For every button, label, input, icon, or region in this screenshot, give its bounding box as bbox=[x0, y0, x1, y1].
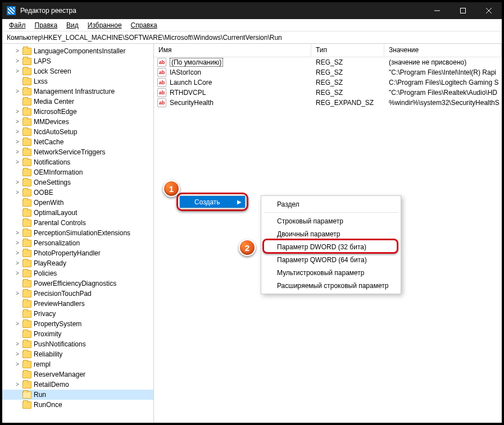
tree-item[interactable]: >MMDevices bbox=[2, 117, 153, 127]
tree-item[interactable]: >MicrosoftEdge bbox=[2, 107, 153, 117]
tree-item[interactable]: >PreviewHandlers bbox=[2, 299, 153, 309]
chevron-right-icon[interactable]: > bbox=[15, 250, 20, 255]
chevron-right-icon[interactable]: > bbox=[15, 118, 20, 124]
chevron-right-icon[interactable]: > bbox=[15, 58, 20, 63]
chevron-right-icon[interactable]: > bbox=[15, 48, 20, 53]
chevron-right-icon[interactable]: > bbox=[15, 230, 20, 235]
chevron-right-icon[interactable]: > bbox=[15, 149, 20, 154]
folder-icon bbox=[22, 118, 31, 126]
chevron-right-icon[interactable]: > bbox=[15, 351, 20, 357]
tree-item[interactable]: >Management Infrastructure bbox=[2, 86, 153, 97]
tree-item[interactable]: >RetailDemo bbox=[2, 380, 153, 390]
tree-item[interactable]: >PhotoPropertyHandler bbox=[2, 248, 153, 258]
tree-item-label: Reliability bbox=[34, 350, 62, 358]
menu-favorites[interactable]: Избранное bbox=[84, 20, 125, 30]
address-bar[interactable]: Компьютер\HKEY_LOCAL_MACHINE\SOFTWARE\Mi… bbox=[2, 31, 502, 44]
value-data: "C:\Program Files\Intel\Intel(R) Rapi bbox=[384, 68, 502, 76]
chevron-right-icon[interactable]: > bbox=[15, 159, 20, 164]
table-row[interactable]: abRTHDVCPLREG_SZ"C:\Program Files\Realte… bbox=[154, 88, 502, 98]
chevron-right-icon[interactable]: > bbox=[15, 341, 20, 346]
tree-item[interactable]: >Lxss bbox=[2, 76, 153, 86]
tree-item-label: PlayReady bbox=[34, 259, 66, 267]
tree-item[interactable]: >Media Center bbox=[2, 97, 153, 107]
chevron-right-icon[interactable]: > bbox=[15, 108, 20, 114]
table-row[interactable]: abIAStorIconREG_SZ"C:\Program Files\Inte… bbox=[154, 67, 502, 77]
tree-item[interactable]: >OOBE bbox=[2, 188, 153, 198]
chevron-right-icon[interactable]: > bbox=[15, 68, 20, 74]
tree-item-label: NetworkServiceTriggers bbox=[34, 148, 106, 156]
chevron-right-icon[interactable]: > bbox=[15, 88, 20, 94]
chevron-right-icon[interactable]: > bbox=[15, 361, 20, 367]
submenu-item-expandstring[interactable]: Расширяемый строковый параметр bbox=[261, 279, 401, 292]
chevron-right-icon[interactable]: > bbox=[15, 270, 20, 276]
submenu-item-string[interactable]: Строковый параметр bbox=[261, 214, 401, 227]
value-type: REG_SZ bbox=[311, 68, 384, 76]
chevron-right-icon[interactable]: > bbox=[15, 321, 20, 326]
menu-help[interactable]: Справка bbox=[128, 20, 161, 30]
tree-item[interactable]: >Proximity bbox=[2, 329, 153, 339]
chevron-right-icon[interactable]: > bbox=[15, 240, 20, 245]
tree-item[interactable]: >PlayReady bbox=[2, 258, 153, 268]
chevron-right-icon[interactable]: > bbox=[15, 381, 20, 387]
tree-item[interactable]: >Reliability bbox=[2, 349, 153, 359]
col-name[interactable]: Имя bbox=[154, 44, 311, 57]
close-button[interactable] bbox=[476, 2, 502, 19]
tree-item-label: PropertySystem bbox=[34, 320, 81, 328]
menu-file[interactable]: Файл bbox=[6, 20, 29, 30]
col-type[interactable]: Тип bbox=[311, 44, 384, 57]
tree-item-label: RetailDemo bbox=[34, 381, 69, 389]
col-value[interactable]: Значение bbox=[384, 44, 502, 57]
tree-item[interactable]: >OEMInformation bbox=[2, 167, 153, 177]
chevron-right-icon[interactable]: > bbox=[15, 290, 20, 296]
submenu-item-section[interactable]: Раздел bbox=[261, 198, 401, 211]
chevron-right-icon[interactable]: > bbox=[15, 139, 20, 144]
tree-item[interactable]: >PerceptionSimulationExtensions bbox=[2, 228, 153, 238]
table-row[interactable]: ab(По умолчанию)REG_SZ(значение не присв… bbox=[154, 57, 502, 67]
tree-item-label: Privacy bbox=[34, 310, 56, 318]
tree-item-label: NcdAutoSetup bbox=[34, 128, 77, 136]
minimize-button[interactable] bbox=[424, 2, 450, 19]
submenu-item-dword[interactable]: Параметр DWORD (32 бита) 2 bbox=[261, 240, 401, 253]
tree-item[interactable]: >Notifications bbox=[2, 157, 153, 167]
tree-item[interactable]: >Lock Screen bbox=[2, 66, 153, 76]
tree-item[interactable]: >NetworkServiceTriggers bbox=[2, 147, 153, 157]
chevron-right-icon[interactable]: > bbox=[15, 189, 20, 195]
tree-item[interactable]: >PushNotifications bbox=[2, 339, 153, 349]
tree-item[interactable]: >OpenWith bbox=[2, 198, 153, 208]
tree-item[interactable]: >PropertySystem bbox=[2, 319, 153, 329]
table-row[interactable]: abSecurityHealthREG_EXPAND_SZ%windir%\sy… bbox=[154, 98, 502, 108]
tree-item[interactable]: >ReserveManager bbox=[2, 369, 153, 380]
folder-icon bbox=[22, 351, 31, 358]
submenu-item-multistring[interactable]: Мультистроковый параметр bbox=[261, 266, 401, 279]
tree-item[interactable]: >OptimalLayout bbox=[2, 208, 153, 218]
menu-item-create[interactable]: Создать ▶ bbox=[180, 196, 245, 208]
tree-item[interactable]: >Policies bbox=[2, 268, 153, 278]
table-row[interactable]: abLaunch LCoreREG_SZC:\Program Files\Log… bbox=[154, 77, 502, 88]
tree-item[interactable]: >Personalization bbox=[2, 238, 153, 248]
tree-item[interactable]: >NetCache bbox=[2, 137, 153, 147]
menu-edit[interactable]: Правка bbox=[31, 20, 61, 30]
chevron-right-icon[interactable]: > bbox=[15, 260, 20, 266]
tree-pane[interactable]: >LanguageComponentsInstaller>LAPS>Lock S… bbox=[2, 44, 154, 423]
menu-view[interactable]: Вид bbox=[63, 20, 82, 30]
maximize-button[interactable] bbox=[450, 2, 476, 19]
tree-item[interactable]: >PrecisionTouchPad bbox=[2, 289, 153, 299]
submenu-item-qword[interactable]: Параметр QWORD (64 бита) bbox=[261, 253, 401, 266]
tree-item[interactable]: >NcdAutoSetup bbox=[2, 127, 153, 137]
folder-icon bbox=[22, 169, 31, 176]
tree-item[interactable]: >LanguageComponentsInstaller bbox=[2, 46, 153, 56]
chevron-right-icon[interactable]: > bbox=[15, 129, 20, 134]
tree-item[interactable]: >rempl bbox=[2, 359, 153, 369]
tree-item[interactable]: >Parental Controls bbox=[2, 218, 153, 228]
tree-item[interactable]: >Privacy bbox=[2, 309, 153, 319]
tree-item[interactable]: >PowerEfficiencyDiagnostics bbox=[2, 278, 153, 289]
tree-item-label: Proximity bbox=[34, 330, 61, 338]
tree-item[interactable]: >RunOnce bbox=[2, 400, 153, 410]
tree-item[interactable]: >OneSettings bbox=[2, 177, 153, 188]
folder-icon bbox=[22, 209, 31, 217]
annotation-badge-2: 2 bbox=[239, 239, 256, 256]
submenu-item-binary[interactable]: Двоичный параметр bbox=[261, 227, 401, 240]
tree-item[interactable]: >Run bbox=[2, 390, 153, 400]
chevron-right-icon[interactable]: > bbox=[15, 179, 20, 185]
tree-item[interactable]: >LAPS bbox=[2, 56, 153, 66]
